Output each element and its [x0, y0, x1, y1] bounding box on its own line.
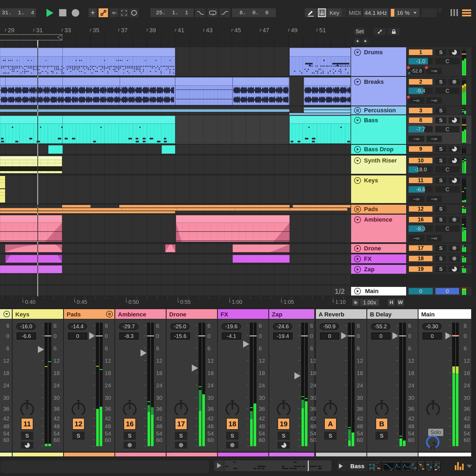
- svg-text:47: 47: [263, 27, 269, 34]
- svg-text:49: 49: [291, 27, 297, 34]
- svg-text:37: 37: [121, 27, 128, 34]
- svg-text:43: 43: [206, 27, 212, 34]
- svg-text:35: 35: [93, 27, 99, 34]
- svg-text:41: 41: [178, 27, 184, 34]
- svg-text:0:40: 0:40: [25, 299, 35, 305]
- svg-text:29: 29: [8, 27, 14, 34]
- svg-text:1:10: 1:10: [335, 299, 346, 305]
- svg-text:39: 39: [149, 27, 156, 34]
- svg-text:0:50: 0:50: [128, 299, 139, 305]
- svg-text:1:05: 1:05: [284, 299, 294, 305]
- svg-text:0:45: 0:45: [77, 299, 87, 305]
- svg-text:1:00: 1:00: [232, 299, 242, 305]
- svg-text:31: 31: [36, 27, 42, 34]
- svg-text:51: 51: [319, 27, 326, 34]
- svg-text:33: 33: [64, 27, 71, 34]
- svg-text:0:55: 0:55: [180, 299, 191, 305]
- svg-text:1/2: 1/2: [335, 287, 345, 295]
- svg-text:45: 45: [234, 27, 241, 34]
